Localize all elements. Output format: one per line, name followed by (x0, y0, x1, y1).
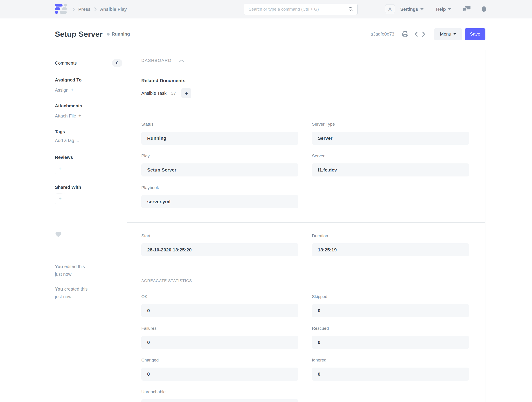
skipped-field[interactable]: 0 (312, 304, 469, 317)
field-server-type: Server Type Server (312, 121, 469, 145)
caret-down-icon (453, 33, 456, 35)
field-label: Server Type (312, 121, 469, 128)
notifications-button[interactable] (481, 6, 487, 13)
field-duration: Duration 13:25:19 (312, 233, 469, 256)
field-value: 0 (318, 308, 320, 313)
dashboard-collapse-toggle[interactable]: DASHBOARD (141, 58, 204, 63)
status-indicator-label: Running (112, 32, 130, 37)
server-type-field[interactable]: Server (312, 132, 469, 145)
document-body: Comments 0 Assigned To Assign + Attachme… (0, 50, 532, 402)
search-input[interactable] (249, 7, 348, 12)
activity-text: created this (64, 287, 88, 292)
activity-text: edited this (64, 264, 85, 269)
add-share-button[interactable]: + (55, 194, 65, 204)
page-title[interactable]: Setup Server (55, 30, 103, 38)
add-tag-input[interactable]: Add a tag ... (55, 138, 122, 143)
field-ignored: Ignored 0 (312, 357, 469, 381)
chevron-right-icon (94, 7, 97, 12)
field-label: Server (312, 153, 469, 159)
field-label: Unreachable (141, 389, 298, 395)
caret-down-icon (420, 8, 424, 10)
failures-field[interactable]: 0 (141, 336, 298, 349)
dashboard-section: DASHBOARD Related Documents Ansible Task… (127, 50, 485, 111)
field-value: 0 (147, 371, 150, 377)
help-menu[interactable]: Help (436, 7, 451, 12)
prev-document-button[interactable] (414, 31, 418, 37)
form-sidebar: Comments 0 Assigned To Assign + Attachme… (0, 50, 127, 402)
ignored-field[interactable]: 0 (312, 368, 469, 381)
activity-when: just now (55, 293, 122, 300)
ok-field[interactable]: 0 (141, 304, 298, 317)
attach-file-label: Attach File (55, 114, 76, 119)
duration-field[interactable]: 13:25:19 (312, 243, 469, 256)
activity-item: You edited this just now (55, 263, 122, 278)
menu-button[interactable]: Menu (434, 28, 462, 40)
attach-file-button[interactable]: Attach File + (55, 113, 122, 119)
chevron-up-icon (179, 59, 184, 62)
related-document-row: Ansible Task 37 + (141, 88, 471, 98)
activity-actor: You (55, 264, 63, 269)
breadcrumb-item-ansible-play[interactable]: Ansible Play (100, 7, 127, 12)
related-doc-link[interactable]: Ansible Task (141, 91, 166, 96)
details-section: Status Running Play Setup Server Playboo… (127, 111, 485, 223)
page-header: Setup Server Running a3adfe0e73 Menu Sav… (0, 19, 532, 50)
rescued-field[interactable]: 0 (312, 336, 469, 349)
print-button[interactable] (402, 31, 408, 37)
document-id: a3adfe0e73 (370, 32, 394, 37)
field-value: 28-10-2020 13:25:20 (147, 247, 191, 253)
field-playbook: Playbook server.yml (141, 185, 298, 208)
status-dot-icon (107, 33, 110, 36)
add-related-doc-button[interactable]: + (181, 88, 191, 98)
activity-item: You created this just now (55, 285, 122, 300)
field-start: Start 28-10-2020 13:25:20 (141, 233, 298, 256)
activity-when: just now (55, 270, 122, 278)
next-document-button[interactable] (422, 31, 425, 37)
changed-field[interactable]: 0 (141, 368, 298, 381)
navbar: Press Ansible Play A Settings Help (0, 0, 532, 19)
status-indicator: Running (107, 32, 130, 37)
plus-icon: + (71, 87, 74, 93)
field-label: Playbook (141, 185, 298, 191)
status-field[interactable]: Running (141, 132, 298, 145)
field-label: Duration (312, 233, 469, 239)
form-main: DASHBOARD Related Documents Ansible Task… (127, 50, 485, 402)
plus-icon: + (78, 113, 81, 119)
like-button[interactable] (55, 231, 62, 237)
field-value: Setup Server (147, 167, 177, 173)
chat-button[interactable] (462, 6, 471, 13)
shared-with-heading: Shared With (55, 185, 122, 190)
comments-label: Comments (55, 61, 77, 66)
server-field[interactable]: f1.fc.dev (312, 163, 469, 177)
field-label: Play (141, 153, 298, 159)
field-status: Status Running (141, 121, 298, 145)
user-avatar[interactable]: A (385, 4, 395, 14)
field-value: 0 (147, 340, 150, 345)
field-value: server.yml (147, 199, 171, 204)
playbook-field[interactable]: server.yml (141, 195, 298, 208)
plus-icon: + (185, 90, 188, 97)
unreachable-field[interactable]: 0 (141, 399, 298, 402)
assign-label: Assign (55, 88, 68, 93)
start-field[interactable]: 28-10-2020 13:25:20 (141, 243, 298, 256)
stats-section-title: AGREAGATE STATISTICS (141, 279, 471, 283)
attachments-heading: Attachments (55, 103, 122, 108)
field-label: Rescued (312, 325, 469, 332)
help-label: Help (436, 7, 446, 12)
save-button[interactable]: Save (465, 28, 485, 40)
field-skipped: Skipped 0 (312, 294, 469, 317)
field-value: 0 (147, 308, 150, 313)
settings-menu[interactable]: Settings (400, 7, 424, 12)
field-unreachable: Unreachable 0 (141, 389, 298, 402)
related-doc-count: 37 (171, 91, 176, 96)
field-label: Ignored (312, 357, 469, 363)
related-documents-heading: Related Documents (141, 78, 471, 83)
add-review-button[interactable]: + (55, 164, 65, 174)
field-label: Changed (141, 357, 298, 363)
app-logo-icon[interactable] (55, 4, 68, 15)
assign-button[interactable]: Assign + (55, 87, 122, 93)
dashboard-title: DASHBOARD (141, 58, 171, 63)
breadcrumb-item-press[interactable]: Press (78, 7, 91, 12)
play-field[interactable]: Setup Server (141, 163, 298, 177)
plus-icon: + (58, 166, 62, 172)
tags-heading: Tags (55, 129, 122, 134)
